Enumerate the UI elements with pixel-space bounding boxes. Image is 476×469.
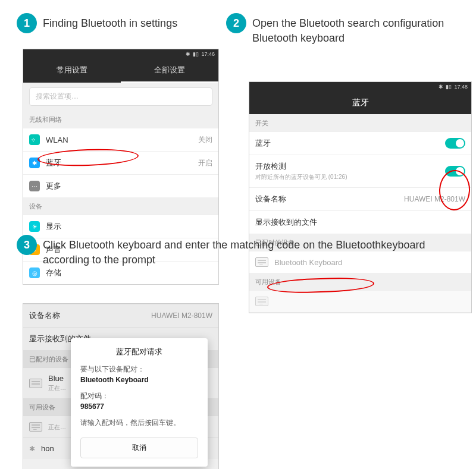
status-bar: ✱ ▮▯ 17:46 bbox=[23, 49, 218, 59]
row-bluetooth[interactable]: ✱ 蓝牙 开启 bbox=[23, 151, 218, 174]
row-bluetooth-toggle[interactable]: 蓝牙 bbox=[249, 131, 471, 155]
dialog-title: 蓝牙配对请求 bbox=[80, 347, 198, 357]
step-2-badge: 2 bbox=[226, 13, 246, 33]
dialog-pairing-code: 985677 bbox=[80, 402, 198, 411]
received-label: 显示接收到的文件 bbox=[255, 217, 465, 228]
tab-all[interactable]: 全部设置 bbox=[121, 59, 218, 83]
keyboard-icon bbox=[29, 379, 42, 388]
bt-status-icon: ✱ bbox=[439, 84, 443, 90]
bluetooth-toggle[interactable] bbox=[445, 138, 465, 149]
tab-common[interactable]: 常用设置 bbox=[23, 59, 121, 83]
search-input[interactable]: 搜索设置项… bbox=[29, 87, 212, 106]
pairing-dialog: 蓝牙配对请求 要与以下设备配对： Bluetooth Keyboard 配对码：… bbox=[71, 338, 208, 467]
more-label: 更多 bbox=[46, 181, 212, 191]
step-3-text: Click Bluetooth keyboard and enter the m… bbox=[43, 235, 457, 267]
bluetooth-icon: ✱ bbox=[29, 158, 40, 168]
step-1-text: Finding Bluetooth in settings bbox=[43, 13, 177, 31]
section-wireless: 无线和网络 bbox=[23, 111, 218, 128]
screen-title: 蓝牙 bbox=[249, 92, 471, 114]
row-device-name: 设备名称 HUAWEI M2-801W bbox=[23, 304, 218, 327]
visibility-sub: 对附近所有的蓝牙设备可见 (01:26) bbox=[255, 173, 445, 181]
step-3-badge: 3 bbox=[17, 235, 37, 255]
dialog-line-code-label: 配对码： bbox=[80, 391, 198, 401]
battery-icon: ▮▯ bbox=[446, 84, 452, 90]
battery-icon: ▮▯ bbox=[193, 51, 199, 57]
visibility-label: 开放检测 bbox=[255, 161, 445, 172]
bt-status-icon: ✱ bbox=[186, 51, 190, 57]
row-device-name[interactable]: 设备名称 HUAWEI M2-801W bbox=[249, 187, 471, 210]
status-bar: ✱ ▮▯ 17:48 bbox=[249, 82, 471, 92]
keyboard-icon bbox=[29, 422, 42, 432]
bluetooth-icon: ✱ bbox=[29, 445, 35, 453]
clock: 17:46 bbox=[201, 51, 215, 57]
bt-label: 蓝牙 bbox=[255, 138, 445, 149]
section-device: 设备 bbox=[23, 197, 218, 215]
phone-screenshot-3: 设备名称 HUAWEI M2-801W 显示接收到的文件 已配对的设备 Blue… bbox=[23, 303, 219, 469]
section-switch: 开关 bbox=[249, 114, 471, 131]
row-more[interactable]: ⋯ 更多 bbox=[23, 174, 218, 197]
bt-label: 蓝牙 bbox=[46, 158, 198, 168]
wlan-label: WLAN bbox=[46, 136, 198, 144]
clock: 17:48 bbox=[454, 84, 468, 90]
dialog-instruction: 请输入配对码，然后按回车键。 bbox=[80, 418, 198, 428]
cancel-button[interactable]: 取消 bbox=[80, 437, 198, 458]
dialog-device-name: Bluetooth Keyboard bbox=[80, 376, 198, 384]
dialog-line-pairwith: 要与以下设备配对： bbox=[80, 364, 198, 374]
bt-value: 开启 bbox=[198, 158, 212, 168]
devname-label: 设备名称 bbox=[255, 194, 404, 204]
devname-value: HUAWEI M2-801W bbox=[151, 311, 212, 320]
row-wlan[interactable]: ᯤ WLAN 关闭 bbox=[23, 128, 218, 151]
more-icon: ⋯ bbox=[29, 181, 40, 191]
devname-label: 设备名称 bbox=[29, 310, 151, 321]
wlan-value: 关闭 bbox=[198, 135, 212, 145]
display-icon: ☀ bbox=[29, 221, 40, 232]
step-1-badge: 1 bbox=[17, 13, 37, 33]
row-received-files[interactable]: 显示接收到的文件 bbox=[249, 210, 471, 234]
row-visibility-toggle[interactable]: 开放检测 对附近所有的蓝牙设备可见 (01:26) bbox=[249, 155, 471, 187]
display-label: 显示 bbox=[46, 221, 212, 232]
step-2-text: Open the Bluetooth search configuration … bbox=[252, 13, 473, 46]
wifi-icon: ᯤ bbox=[29, 134, 40, 145]
